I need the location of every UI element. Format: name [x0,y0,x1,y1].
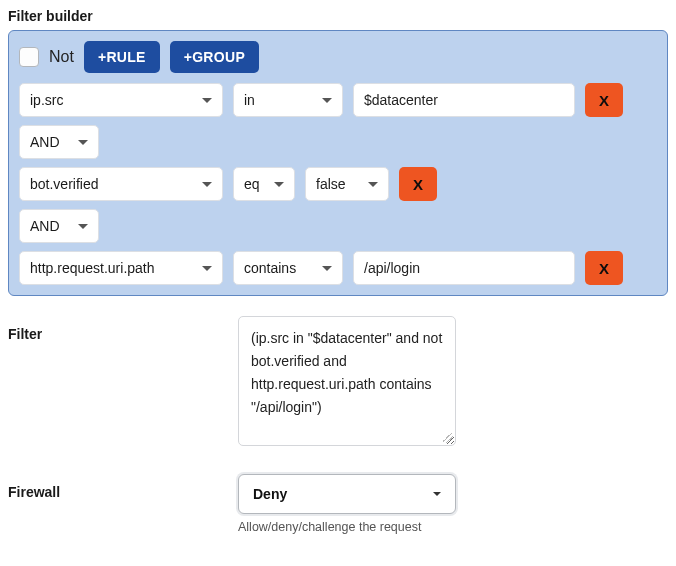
filter-expression-textarea[interactable]: (ip.src in "$datacenter" and not bot.ver… [238,316,456,446]
value-text: $datacenter [364,92,438,108]
filter-expression-text: (ip.src in "$datacenter" and not bot.ver… [251,330,442,415]
field-value: ip.src [30,92,63,108]
operator-select[interactable]: contains [233,251,343,285]
builder-top-row: Not +RULE +GROUP [19,41,657,73]
operator-value: contains [244,260,296,276]
rule-row: ip.src in $datacenter X [19,83,657,117]
field-select[interactable]: http.request.uri.path [19,251,223,285]
delete-rule-button[interactable]: X [585,83,623,117]
rule-row: http.request.uri.path contains /api/logi… [19,251,657,285]
value-input[interactable]: $datacenter [353,83,575,117]
field-select[interactable]: bot.verified [19,167,223,201]
logic-select[interactable]: AND [19,209,99,243]
operator-value: eq [244,176,260,192]
value-text: false [316,176,346,192]
add-rule-button[interactable]: +RULE [84,41,160,73]
section-title: Filter builder [8,8,668,24]
operator-select[interactable]: in [233,83,343,117]
value-text: /api/login [364,260,420,276]
logic-value: AND [30,134,60,150]
filter-label: Filter [8,316,228,342]
firewall-label: Firewall [8,474,228,500]
firewall-hint: Allow/deny/challenge the request [238,520,668,534]
filter-builder-panel: Not +RULE +GROUP ip.src in $datacenter X… [8,30,668,296]
field-value: bot.verified [30,176,98,192]
logic-select[interactable]: AND [19,125,99,159]
filter-field-group: Filter (ip.src in "$datacenter" and not … [8,316,668,446]
delete-rule-button[interactable]: X [585,251,623,285]
not-checkbox[interactable] [19,47,39,67]
rule-row: bot.verified eq false X [19,167,657,201]
field-value: http.request.uri.path [30,260,155,276]
logic-row: AND [19,125,657,159]
field-select[interactable]: ip.src [19,83,223,117]
add-group-button[interactable]: +GROUP [170,41,259,73]
firewall-action-select[interactable]: Deny [238,474,456,514]
firewall-field-group: Firewall Deny Allow/deny/challenge the r… [8,474,668,534]
operator-select[interactable]: eq [233,167,295,201]
delete-rule-button[interactable]: X [399,167,437,201]
logic-value: AND [30,218,60,234]
firewall-action-value: Deny [253,486,287,502]
logic-row: AND [19,209,657,243]
value-select[interactable]: false [305,167,389,201]
value-input[interactable]: /api/login [353,251,575,285]
operator-value: in [244,92,255,108]
not-label: Not [49,48,74,66]
